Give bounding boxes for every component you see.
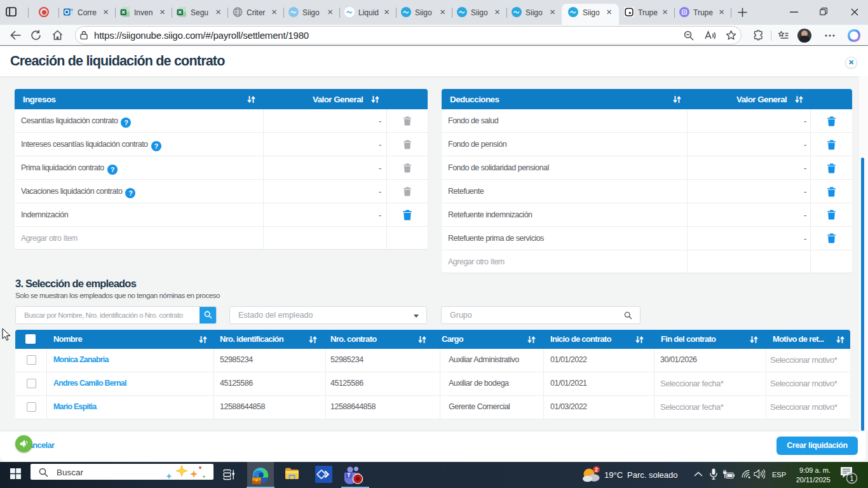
svg-text:1: 1 bbox=[850, 475, 853, 482]
svg-text:2: 2 bbox=[595, 466, 598, 473]
